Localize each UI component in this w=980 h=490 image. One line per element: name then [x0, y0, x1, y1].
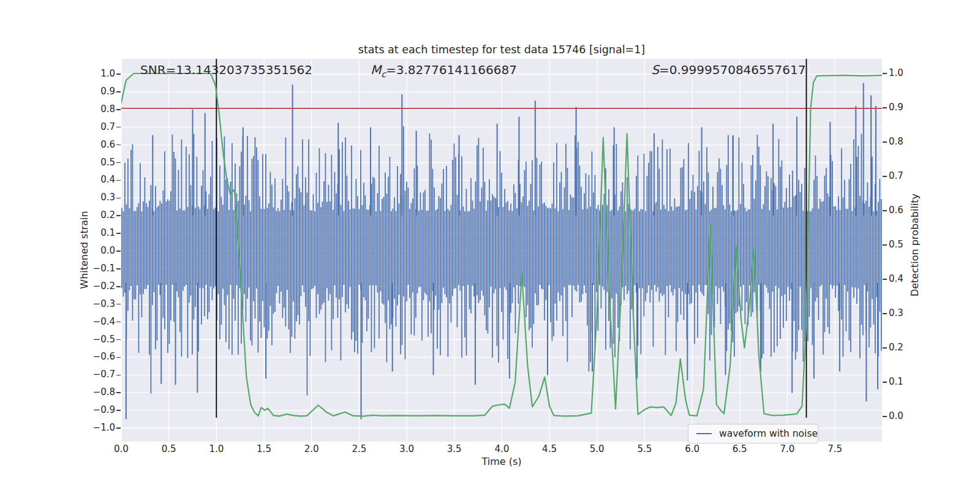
y-tick-mark-left: [116, 357, 121, 358]
x-tick-label: 0.5: [154, 443, 184, 454]
y-tick-mark-right: [883, 73, 887, 74]
y-tick-mark-left: [116, 233, 121, 234]
y-tick-mark-left: [116, 428, 121, 429]
y-tick-label-left: −0.5: [78, 334, 115, 345]
y-tick-label-left: −0.4: [78, 316, 115, 327]
y-tick-label-left: −0.8: [78, 386, 115, 398]
x-tick-label: 1.5: [249, 443, 279, 454]
y-tick-label-left: 0.8: [78, 104, 115, 115]
y-tick-mark-right: [883, 313, 887, 314]
y-tick-label-left: −0.6: [78, 351, 115, 362]
y-tick-mark-left: [116, 162, 121, 164]
y-tick-mark-left: [116, 322, 121, 323]
annotation-chirp-mass: Mc=3.82776141166687: [371, 62, 517, 79]
y-tick-mark-left: [116, 91, 121, 92]
y-tick-label-left: −1.0: [78, 422, 115, 433]
x-tick-label: 3.5: [439, 443, 470, 454]
legend: waveform with noise: [688, 424, 818, 443]
y-tick-label-right: 0.8: [889, 136, 919, 147]
chart-title: stats at each timestep for test data 157…: [121, 43, 882, 56]
x-tick-label: 2.0: [296, 443, 327, 454]
y-tick-mark-right: [883, 279, 887, 280]
x-tick-label: 5.0: [582, 443, 612, 454]
y-tick-label-right: 0.7: [889, 170, 919, 181]
y-tick-mark-left: [116, 375, 121, 376]
y-tick-mark-right: [883, 107, 887, 108]
y-tick-mark-right: [883, 382, 887, 383]
x-tick-label: 4.5: [534, 443, 565, 454]
y-tick-label-left: 0.5: [78, 157, 115, 168]
y-axis-label-right: Detection probability: [909, 194, 921, 296]
y-tick-mark-left: [116, 74, 121, 75]
y-axis-label-left: Whitened strain: [78, 211, 90, 288]
y-tick-label-right: 0.0: [889, 410, 919, 421]
y-tick-label-right: 0.3: [889, 307, 919, 318]
y-tick-label-right: 0.9: [889, 102, 919, 113]
y-tick-label-left: 0.7: [78, 121, 115, 132]
y-tick-label-right: 1.0: [889, 67, 919, 78]
plot-area: [121, 59, 882, 442]
x-axis-label: Time (s): [121, 456, 882, 467]
y-tick-label-right: 0.1: [889, 376, 919, 387]
x-tick-label: 5.5: [629, 443, 660, 454]
y-tick-label-left: 0.9: [78, 86, 115, 97]
y-tick-mark-left: [116, 339, 121, 341]
x-tick-label: 3.0: [391, 443, 422, 454]
x-tick-label: 2.5: [344, 443, 374, 454]
figure: stats at each timestep for test data 157…: [0, 0, 980, 490]
x-tick-label: 1.0: [201, 443, 232, 454]
x-tick-label: 7.5: [820, 443, 850, 454]
y-tick-mark-right: [883, 176, 887, 177]
y-tick-label-left: −0.3: [78, 298, 115, 309]
y-tick-mark-right: [883, 210, 887, 211]
y-tick-mark-right: [883, 244, 887, 246]
y-tick-label-left: 0.3: [78, 192, 115, 203]
y-tick-mark-left: [116, 127, 121, 128]
y-tick-label-left: −0.9: [78, 404, 115, 415]
y-tick-label-left: 0.4: [78, 174, 115, 185]
x-tick-label: 6.0: [677, 443, 707, 454]
y-tick-mark-left: [116, 286, 121, 287]
y-tick-label-left: −0.7: [78, 369, 115, 380]
y-tick-mark-left: [116, 215, 121, 216]
x-tick-label: 4.0: [486, 443, 517, 454]
y-tick-mark-left: [116, 180, 121, 181]
y-tick-mark-left: [116, 251, 121, 252]
x-tick-label: 7.0: [772, 443, 802, 454]
y-tick-mark-left: [116, 304, 121, 305]
y-tick-mark-left: [116, 410, 121, 411]
y-tick-label-left: 0.6: [78, 139, 115, 150]
x-tick-label: 0.0: [106, 443, 137, 454]
legend-line-sample: [696, 433, 712, 434]
y-tick-mark-left: [116, 392, 121, 393]
y-tick-mark-left: [116, 145, 121, 146]
y-tick-mark-left: [116, 109, 121, 110]
y-tick-mark-left: [116, 198, 121, 199]
legend-label: waveform with noise: [719, 428, 818, 439]
annotation-s-statistic: S=0.9999570846557617: [651, 62, 805, 79]
y-tick-mark-right: [883, 347, 887, 349]
y-tick-mark-left: [116, 268, 121, 270]
y-tick-label-left: 1.0: [78, 68, 115, 79]
y-tick-mark-right: [883, 141, 887, 143]
y-tick-mark-right: [883, 416, 887, 417]
x-tick-label: 6.5: [725, 443, 755, 454]
chart-canvas: [121, 59, 882, 442]
annotation-snr: SNR=13.143203735351562: [140, 62, 312, 79]
y-tick-label-right: 0.2: [889, 342, 919, 353]
